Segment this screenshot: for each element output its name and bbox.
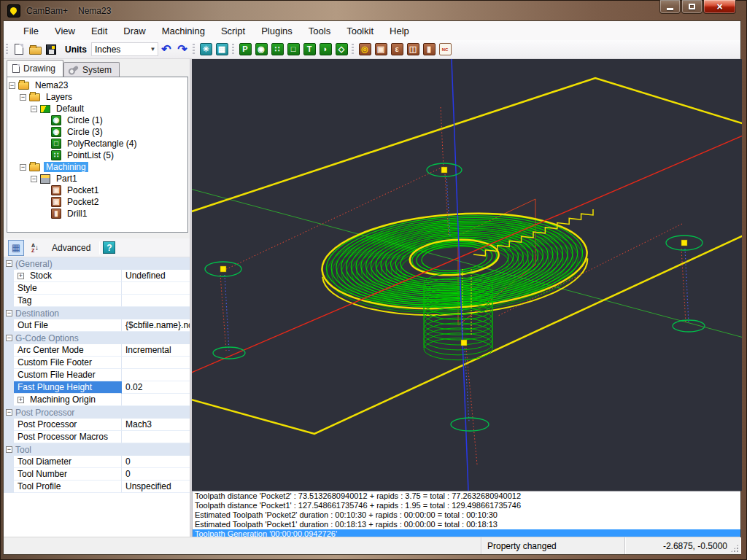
collapse-expander-icon[interactable]: − (31, 176, 37, 182)
log-line[interactable]: Estimated Toolpath 'Pocket1' duration : … (193, 520, 740, 529)
toolbar-grip[interactable] (6, 44, 8, 55)
collapse-expander-icon[interactable]: − (6, 310, 12, 316)
tree-item-machining[interactable]: −Machining (9, 161, 187, 173)
property-value[interactable]: 0 (122, 468, 190, 481)
log-line[interactable]: Estimated Toolpath 'Pocket2' duration : … (193, 510, 740, 520)
drawing-tree[interactable]: −Nema23−Layers−Default◉Circle (1)◉Circle… (7, 77, 188, 233)
property-value[interactable]: Unspecified (122, 481, 190, 493)
property-row-post-processor-macros[interactable]: Post Processor Macros (4, 431, 190, 443)
property-row-fast-plunge-height[interactable]: Fast Plunge Height0.02 (4, 381, 190, 394)
property-value[interactable] (122, 369, 190, 381)
property-row-stock[interactable]: +StockUndefined (4, 270, 190, 282)
collapse-expander-icon[interactable]: − (20, 94, 26, 101)
pointlist-button[interactable]: ∷ (269, 42, 285, 58)
gcode-button[interactable]: NC (437, 42, 453, 58)
sort-alphabetical-button[interactable]: AZ ↓ (27, 240, 43, 256)
property-row-machining-origin[interactable]: +Machining Origin (4, 394, 190, 406)
property-row-destination[interactable]: −Destination (4, 307, 190, 319)
menu-file[interactable]: File (15, 23, 47, 39)
log-line-selected[interactable]: Toolpath Generation '00:00:00.0942726' (193, 529, 740, 537)
minimize-button[interactable] (659, 0, 681, 14)
collapse-expander-icon[interactable]: − (6, 260, 12, 267)
property-value[interactable]: 0 (122, 456, 190, 468)
menu-view[interactable]: View (47, 23, 83, 39)
collapse-expander-icon[interactable]: − (6, 335, 12, 341)
property-value[interactable] (122, 282, 190, 295)
engrave-button[interactable]: ε (389, 42, 405, 58)
property-value[interactable]: Mach3 (122, 419, 190, 431)
lathe-button[interactable]: ◫ (405, 42, 421, 58)
property-row-post-processor[interactable]: Post ProcessorMach3 (4, 419, 190, 431)
viewport-3d[interactable] (192, 59, 740, 491)
toolpath-canvas[interactable] (192, 59, 742, 491)
menu-edit[interactable]: Edit (83, 23, 115, 39)
property-value[interactable] (122, 357, 190, 369)
categorized-button[interactable]: ▦ (8, 240, 24, 256)
property-row-out-file[interactable]: Out File{$cbfile.name}.nc (4, 319, 190, 332)
expand-expander-icon[interactable]: + (18, 397, 24, 403)
profile-button[interactable]: ◎ (357, 42, 373, 58)
menu-tools[interactable]: Tools (301, 23, 338, 39)
drill-button[interactable]: ▮ (421, 42, 437, 58)
property-row-arc-center-mode[interactable]: Arc Center ModeIncremental (4, 344, 190, 357)
menu-help[interactable]: Help (382, 23, 417, 39)
property-value[interactable]: Incremental (122, 344, 190, 357)
save-file-button[interactable] (43, 42, 59, 58)
tree-item-pocket1[interactable]: ▣Pocket1 (9, 184, 187, 196)
undo-button[interactable]: ↶ (158, 42, 174, 58)
property-row-g-code-options[interactable]: −G-Code Options (4, 332, 190, 344)
tree-item-circle-3-[interactable]: ◉Circle (3) (9, 126, 187, 138)
property-row--general-[interactable]: −(General) (4, 257, 190, 270)
property-value[interactable]: {$cbfile.name}.nc (122, 319, 190, 332)
tree-item-circle-1-[interactable]: ◉Circle (1) (9, 114, 187, 126)
titlebar[interactable]: CamBam+Nema23 × (0, 0, 747, 20)
help-button[interactable]: ? (103, 241, 115, 254)
tree-item-nema23[interactable]: −Nema23 (9, 79, 187, 91)
property-row-tool-number[interactable]: Tool Number0 (4, 468, 190, 481)
toolbar-grip[interactable] (232, 44, 234, 55)
rectangle-button[interactable]: □ (285, 42, 301, 58)
collapse-expander-icon[interactable]: − (9, 82, 15, 89)
toolbar-grip[interactable] (193, 44, 195, 55)
property-value[interactable]: Undefined (122, 270, 190, 282)
redo-button[interactable]: ↷ (174, 42, 190, 58)
close-button[interactable]: × (703, 0, 736, 14)
open-file-button[interactable] (27, 42, 43, 58)
menu-draw[interactable]: Draw (115, 23, 153, 39)
message-log[interactable]: Toolpath distance 'Pocket2' : 73.5132680… (192, 491, 740, 537)
resize-grip[interactable] (730, 544, 739, 553)
menu-toolkit[interactable]: Toolkit (338, 23, 382, 39)
arc-button[interactable]: ◗ (317, 42, 333, 58)
collapse-expander-icon[interactable]: − (6, 409, 12, 416)
property-value[interactable] (122, 394, 190, 406)
property-row-style[interactable]: Style (4, 282, 190, 295)
chevron-down-icon[interactable]: ▼ (148, 46, 158, 52)
property-row-tool-diameter[interactable]: Tool Diameter0 (4, 456, 190, 468)
pocket-button[interactable]: ▣ (373, 42, 389, 58)
menu-script[interactable]: Script (213, 23, 253, 39)
property-row-tool[interactable]: −Tool (4, 443, 190, 456)
toolbar-grip[interactable] (352, 44, 354, 55)
tab-drawing[interactable]: Drawing (7, 60, 63, 77)
tree-item-pointlist-5-[interactable]: ∷PointList (5) (9, 149, 187, 161)
property-row-post-processor[interactable]: −Post Processor (4, 406, 190, 419)
tab-system[interactable]: System (63, 62, 120, 77)
tree-item-layers[interactable]: −Layers (9, 91, 187, 103)
log-line[interactable]: Toolpath distance 'Pocket1' : 127.548661… (193, 501, 740, 510)
expand-expander-icon[interactable]: + (18, 273, 24, 279)
property-value[interactable]: 0.02 (122, 381, 190, 394)
tree-item-part1[interactable]: −Part1 (9, 173, 187, 184)
log-line[interactable]: Toolpath distance 'Pocket2' : 73.5132680… (193, 491, 740, 501)
advanced-button[interactable]: Advanced (46, 241, 96, 254)
property-row-tool-profile[interactable]: Tool ProfileUnspecified (4, 481, 190, 493)
collapse-expander-icon[interactable]: − (20, 164, 26, 171)
text-button[interactable]: T (301, 42, 317, 58)
property-row-tag[interactable]: Tag (4, 295, 190, 307)
new-file-button[interactable] (11, 42, 27, 58)
collapse-expander-icon[interactable]: − (6, 446, 12, 453)
tree-item-drill1[interactable]: ▮Drill1 (9, 208, 187, 219)
collapse-expander-icon[interactable]: − (31, 106, 37, 112)
polyline-button[interactable]: P (237, 42, 253, 58)
tree-item-polyrectangle-4-[interactable]: □PolyRectangle (4) (9, 138, 187, 149)
property-row-custom-file-footer[interactable]: Custom File Footer (4, 357, 190, 369)
